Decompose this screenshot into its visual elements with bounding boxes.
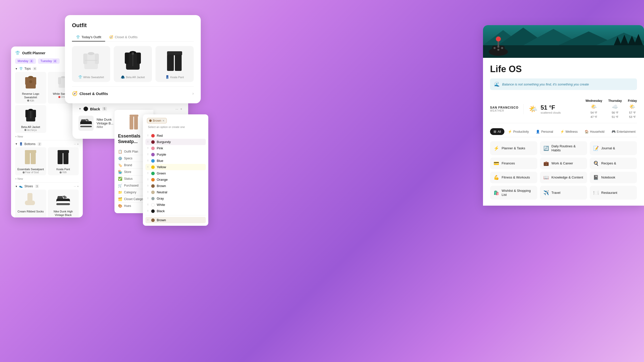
color-option-pink[interactable]: ⠿ Pink [145,145,206,151]
app-card-daily-routines[interactable]: 🔄 Daily Routines & Habits [540,141,587,155]
monday-tab[interactable]: Monday 4 [15,58,36,64]
outfit-card-title: Outfit [72,22,194,29]
recipes-app-name: Recipes & [601,161,616,165]
color-label-purple: Purple [157,153,166,156]
forecast-friday: Friday 🌤️ 57 °F 53 °F [628,99,637,119]
outfit-item-sweatshirt[interactable]: 👕White Sweatshirt [72,46,110,82]
drag-handle-neutral: ⠿ [147,191,149,194]
color-option-green[interactable]: ⠿ Green [145,170,206,176]
black-arrow[interactable]: ▼ [78,107,82,111]
weather-current-city: SAN FRANCISCO WEATHER [490,106,524,112]
nav-tab-personal[interactable]: 👤 Personal [532,128,556,135]
detail-item-img [128,114,140,131]
swatch-brown [151,184,155,188]
clothes-card-keala-pant[interactable]: Keala Pant Kith [48,147,79,175]
app-card-knowledge[interactable]: 📖 Knowledge & Content [540,172,587,183]
color-option-neutral[interactable]: ⠿ Neutral [145,189,206,195]
clothes-card-cream-socks[interactable]: Cream Ribbed Socks [15,190,46,217]
color-option-burgundy[interactable]: ⠿ Burgundy [145,139,206,145]
weather-main-icon: 🌤️ [529,105,538,113]
tab-closet-outfits[interactable]: 🧭 Closet & Outfits [105,33,141,41]
tuesday-label: Tuesday [41,59,52,63]
drag-handle-brown-sel: ⠿ [147,219,149,221]
drag-handle-burgundy: ⠿ [147,141,149,143]
fitness-app-name: Fitness & Workouts [502,175,530,179]
color-option-yellow[interactable]: ⠿ Yellow [145,164,206,170]
tuesday-tab[interactable]: Tuesday 4 [38,58,60,64]
clothes-card-reverse-logo[interactable]: Reverse Logo Sweatshirt Kith [15,72,46,104]
color-label-burgundy: Burgundy [157,140,171,144]
color-tag-label: Brown [153,119,161,122]
color-option-gray[interactable]: ⠿ Gray [145,195,206,202]
black-color-dot [84,107,88,111]
tops-arrow[interactable]: ▼ [15,67,18,70]
app-card-restaurant[interactable]: 🍽️ Restaurant [590,186,637,200]
shoes-arrow[interactable]: ▼ [15,185,18,188]
color-search-label: Select an option or create one [147,125,204,128]
closet-nike-name2: Vintage B... [97,121,113,125]
fri-icon: 🌤️ [629,104,635,110]
bottoms-label: Bottoms [24,142,35,146]
drag-handle-white: ⠿ [147,203,149,206]
app-card-wishlist[interactable]: 🛍️ Wishlist & Shopping List [490,186,537,200]
color-option-brown[interactable]: ⠿ Brown [145,183,206,189]
svg-rect-26 [56,203,70,205]
svg-rect-31 [85,60,97,61]
finances-app-name: Finances [502,161,515,165]
nav-tab-household[interactable]: 🏠 Household [581,128,608,135]
app-card-work-career[interactable]: 💼 Work & Career [540,158,587,169]
tab-todays-outfit[interactable]: 👕 Today's Outfit [72,33,105,41]
tops-add-new[interactable]: New [15,134,79,139]
purchased-icon: 🛒 [118,184,122,188]
color-option-orange[interactable]: ⠿ Orange [145,176,206,183]
swatch-yellow [151,165,155,169]
color-option-red[interactable]: ⠿ Red [145,132,206,139]
notebook-app-icon: 📓 [593,175,599,180]
shoes-grid: Cream Ribbed Socks Nike Dunk High Vintag… [15,190,79,217]
clothes-card-beta-ar[interactable]: Beta AR Jacket Arc'teryx [15,105,46,133]
svg-point-1 [28,76,33,78]
drag-handle-black: ⠿ [147,210,149,212]
current-color-tag[interactable]: Brown ✕ [147,118,167,123]
nav-tab-wellness[interactable]: ⚡ Wellness [557,128,581,135]
bottoms-grid: Essentials Sweatpant Fear of God Keala P… [15,147,79,175]
essentials-brand: Fear of God [23,171,39,174]
forecast-thursday: Thursday ☁️ 56 °F 51 °F [608,99,622,119]
color-option-purple[interactable]: ⠿ Purple [145,151,206,158]
outfit-item-pant[interactable]: 👖Keala Pant [155,46,194,82]
todays-outfit-label: Today's Outfit [82,35,101,39]
app-card-finances[interactable]: 💳 Finances [490,158,537,169]
app-card-journal[interactable]: 📝 Journal & [590,141,637,155]
outfit-item-jacket[interactable]: 🧥Beta AR Jacket [114,46,152,82]
bottoms-add-new[interactable]: New [15,177,79,181]
svg-point-63 [496,36,501,41]
bottoms-arrow[interactable]: ▼ [15,143,18,145]
app-card-fitness[interactable]: 💪 Fitness & Workouts [490,172,537,183]
app-card-travel[interactable]: ✈️ Travel [540,186,587,200]
color-option-black[interactable]: ⠿ Black [145,208,206,214]
life-os-content: Life OS 🌊 Balance is not something you f… [483,58,644,206]
wishlist-app-icon: 🛍️ [494,190,499,196]
app-card-recipes[interactable]: 🍳 Recipes & [590,158,637,169]
monday-count: 4 [29,59,33,63]
app-card-notebook[interactable]: 📓 Notebook [590,172,637,183]
finances-app-icon: 💳 [494,161,499,166]
svg-rect-15 [25,153,30,164]
weather-temp: 51 °F [541,104,561,111]
clothes-card-nike-dunk[interactable]: Nike Dunk High Vintage Black Nike [48,190,79,217]
jacket-outfit-img [122,50,144,73]
color-option-white[interactable]: ⠿ White [145,202,206,208]
app-grid: ⚡ Planner & Tasks 🔄 Daily Routines & Hab… [490,141,637,200]
nav-tab-all[interactable]: ⊞ All [490,128,504,135]
nav-tab-productivity[interactable]: ⚡ Productivity [504,128,532,135]
color-option-brown-selected[interactable]: ⠿ Brown [145,217,206,223]
swatch-green [151,172,155,175]
nav-tab-entertainment[interactable]: 🎮 Entertainment [608,128,637,135]
color-tag-close-icon[interactable]: ✕ [162,119,165,122]
cream-socks-name: Cream Ribbed Socks [18,210,44,213]
color-option-blue[interactable]: ⠿ Blue [145,158,206,164]
weather-desc: scattered clouds [541,111,561,114]
app-card-planner[interactable]: ⚡ Planner & Tasks [490,141,537,155]
closet-section[interactable]: 🧭 Closet & Outfits › [72,86,194,96]
clothes-card-essentials-sweatpant[interactable]: Essentials Sweatpant Fear of God [15,147,46,175]
